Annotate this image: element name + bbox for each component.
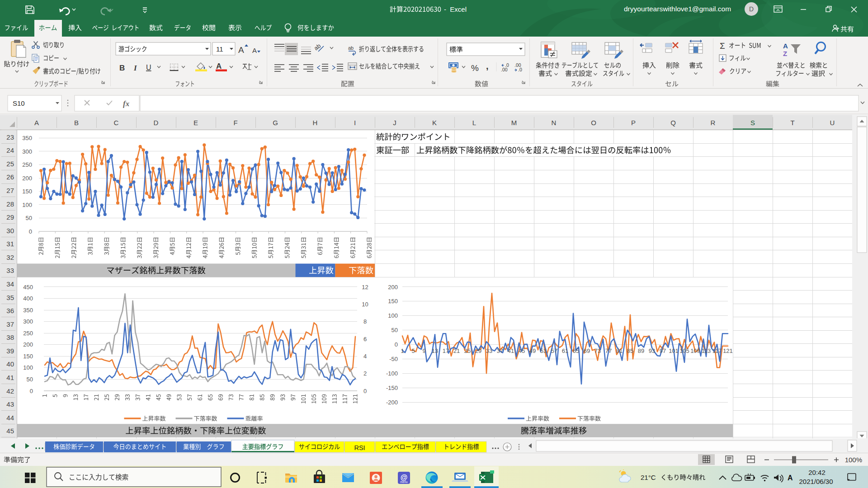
svg-text:menu: menu (400, 480, 408, 483)
svg-text:S: S (750, 119, 755, 127)
svg-text:89: 89 (638, 347, 644, 354)
svg-text:8: 8 (363, 318, 367, 325)
svg-text:B: B (119, 64, 125, 72)
svg-text:Q: Q (670, 119, 676, 127)
svg-text:L: L (472, 119, 476, 127)
svg-text:200: 200 (22, 175, 32, 182)
svg-text:150: 150 (22, 188, 32, 195)
svg-text:121: 121 (723, 347, 733, 354)
svg-text:F: F (233, 119, 237, 127)
svg-text:20:42: 20:42 (808, 469, 826, 476)
svg-text:73: 73 (594, 347, 601, 354)
svg-text:E: E (193, 119, 198, 127)
svg-text:5: 5 (411, 347, 415, 354)
svg-text:D: D (749, 5, 754, 13)
svg-text:R: R (711, 119, 716, 127)
svg-text:U: U (146, 64, 151, 71)
svg-text:37: 37 (6, 320, 14, 328)
svg-text:H: H (313, 119, 318, 127)
svg-text:49: 49 (529, 347, 536, 354)
svg-text:32: 32 (6, 253, 14, 261)
svg-text:-100: -100 (386, 370, 398, 377)
svg-text:100: 100 (22, 202, 32, 208)
svg-text:10: 10 (362, 301, 368, 308)
svg-text:B: B (74, 119, 79, 127)
svg-text:.00: .00 (501, 67, 508, 72)
svg-text:100: 100 (23, 364, 33, 371)
svg-text:0: 0 (395, 341, 398, 348)
svg-text:117: 117 (712, 347, 722, 354)
svg-text:41: 41 (6, 374, 14, 381)
svg-text:350: 350 (23, 307, 33, 314)
svg-text:N: N (552, 119, 557, 127)
svg-text:24: 24 (6, 146, 14, 154)
svg-text:C: C (114, 119, 119, 127)
svg-text:150: 150 (23, 353, 33, 360)
svg-text:250: 250 (22, 161, 32, 168)
svg-text:35: 35 (6, 294, 14, 301)
svg-text:A: A (788, 474, 793, 482)
svg-text:93: 93 (649, 347, 655, 354)
svg-text:45: 45 (519, 347, 525, 354)
svg-text:100: 100 (388, 312, 398, 319)
svg-text:11: 11 (216, 45, 223, 53)
svg-text:-150: -150 (386, 385, 398, 391)
svg-text:A: A (783, 42, 788, 50)
svg-text:41: 41 (508, 347, 514, 354)
svg-text:P: P (631, 119, 636, 127)
svg-text:105: 105 (679, 347, 689, 354)
svg-text:53: 53 (540, 347, 547, 354)
svg-text:9: 9 (422, 347, 425, 354)
svg-text:21°C: 21°C (641, 474, 656, 481)
svg-text:-50: -50 (389, 356, 398, 362)
svg-text:28: 28 (6, 200, 14, 208)
svg-text:M: M (511, 119, 517, 127)
svg-text:85: 85 (627, 347, 633, 354)
svg-text:fx: fx (123, 99, 130, 108)
svg-text:38: 38 (6, 333, 14, 341)
svg-text:150: 150 (388, 298, 398, 305)
svg-text:ab: ab (348, 45, 354, 51)
svg-text:113: 113 (702, 347, 711, 354)
svg-text:T: T (790, 119, 794, 127)
svg-text:200: 200 (388, 284, 398, 291)
svg-text:69: 69 (584, 347, 590, 354)
svg-text:A: A (34, 119, 39, 127)
svg-text:25: 25 (464, 347, 471, 354)
svg-text:40: 40 (6, 360, 14, 368)
svg-text:25: 25 (6, 160, 14, 168)
svg-text:101: 101 (669, 347, 679, 354)
svg-text:57: 57 (551, 347, 557, 354)
svg-text:450: 450 (23, 284, 33, 291)
svg-text:42: 42 (6, 387, 14, 395)
svg-text:250: 250 (23, 330, 33, 337)
svg-text:%: % (471, 63, 479, 73)
svg-text:.0: .0 (518, 67, 522, 72)
svg-text:13: 13 (432, 347, 438, 354)
svg-text:50: 50 (392, 327, 398, 333)
svg-text:6: 6 (363, 336, 367, 343)
svg-text:21: 21 (453, 347, 460, 354)
svg-text:33: 33 (6, 267, 14, 274)
svg-text:29: 29 (6, 213, 14, 221)
svg-text:2: 2 (363, 370, 367, 377)
svg-text:200: 200 (23, 341, 33, 348)
svg-text:29: 29 (475, 347, 481, 354)
svg-text:81: 81 (616, 347, 623, 354)
svg-text:0: 0 (29, 228, 32, 235)
svg-text:D: D (154, 119, 159, 127)
svg-text:Z: Z (783, 50, 787, 57)
svg-text:100%: 100% (845, 456, 862, 464)
svg-text:50: 50 (27, 376, 33, 383)
svg-text:,: , (486, 61, 489, 71)
svg-text:97: 97 (660, 347, 666, 354)
svg-text:109: 109 (690, 347, 700, 354)
svg-text:61: 61 (562, 347, 568, 354)
svg-text:77: 77 (605, 347, 612, 354)
svg-text:1: 1 (401, 347, 404, 354)
svg-text:30: 30 (6, 227, 14, 235)
svg-text:G: G (273, 119, 278, 127)
svg-text:A: A (238, 45, 244, 55)
svg-text:23: 23 (6, 133, 14, 141)
svg-text:17: 17 (443, 347, 449, 354)
